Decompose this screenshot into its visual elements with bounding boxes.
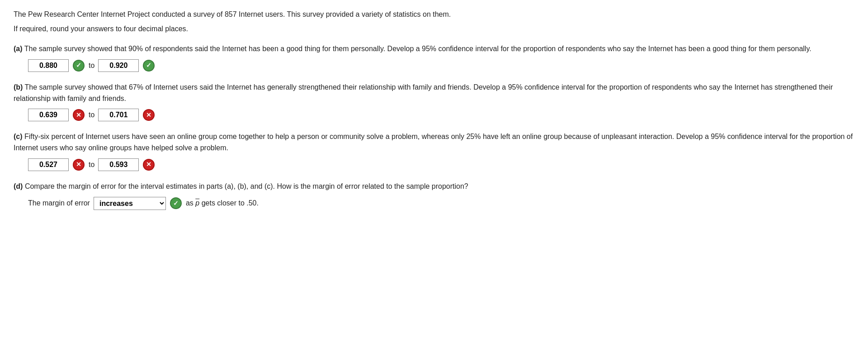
correct-icon-d: ✓ [170,197,182,209]
question-b-answer-row: ✕ to ✕ [28,109,854,121]
question-b-status1: ✕ [72,109,85,121]
question-c-status2: ✕ [142,158,155,171]
question-d-label: (d) [14,182,23,190]
question-c-input1[interactable] [28,158,69,171]
question-c-answer-row: ✕ to ✕ [28,158,854,171]
question-b-input2[interactable] [98,109,139,121]
question-a-label: (a) [14,45,23,53]
question-d-suffix: as p gets closer to .50. [186,198,259,209]
question-b-input1[interactable] [28,109,69,121]
question-a-input2[interactable] [98,59,139,72]
question-b: (b) The sample survey showed that 67% of… [14,82,854,122]
question-c-body: Fifty-six percent of Internet users have… [14,133,853,152]
question-c-label: (c) [14,133,23,140]
wrong-icon-c1: ✕ [73,159,85,171]
correct-icon-a1: ✓ [73,60,85,72]
question-c: (c) Fifty-six percent of Internet users … [14,131,854,171]
p-bar-symbol: p [195,199,199,207]
question-b-to: to [89,110,94,120]
question-c-text: (c) Fifty-six percent of Internet users … [14,131,854,154]
question-d-text: (d) Compare the margin of error for the … [14,181,854,192]
question-b-body: The sample survey showed that 67% of Int… [14,83,833,102]
question-a-text: (a) The sample survey showed that 90% of… [14,43,854,55]
intro-line2: If required, round your answers to four … [14,24,854,34]
question-a-status1: ✓ [72,59,85,72]
correct-icon-a2: ✓ [143,60,155,72]
question-d: (d) Compare the margin of error for the … [14,181,854,210]
question-a-body: The sample survey showed that 90% of res… [24,45,811,53]
question-a-answer-row: ✓ to ✓ [28,59,854,72]
question-a-input1[interactable] [28,59,69,72]
question-a-status2: ✓ [142,59,155,72]
intro-line1: The Pew Research Center Internet Project… [14,9,854,20]
question-d-answer-row: The margin of error increases decreases … [28,197,854,210]
wrong-icon-b2: ✕ [143,109,155,121]
wrong-icon-c2: ✕ [143,159,155,171]
question-b-text: (b) The sample survey showed that 67% of… [14,82,854,105]
wrong-icon-b1: ✕ [73,109,85,121]
margin-of-error-dropdown[interactable]: increases decreases stays the same [94,197,166,210]
question-c-status1: ✕ [72,158,85,171]
question-a-to: to [89,60,94,71]
question-c-to: to [89,159,94,170]
question-b-status2: ✕ [142,109,155,121]
question-a: (a) The sample survey showed that 90% of… [14,43,854,72]
question-c-input2[interactable] [98,158,139,171]
question-d-body: Compare the margin of error for the inte… [25,182,468,190]
question-d-prefix: The margin of error [28,198,90,209]
question-d-status: ✓ [170,197,182,210]
question-b-label: (b) [14,83,23,91]
